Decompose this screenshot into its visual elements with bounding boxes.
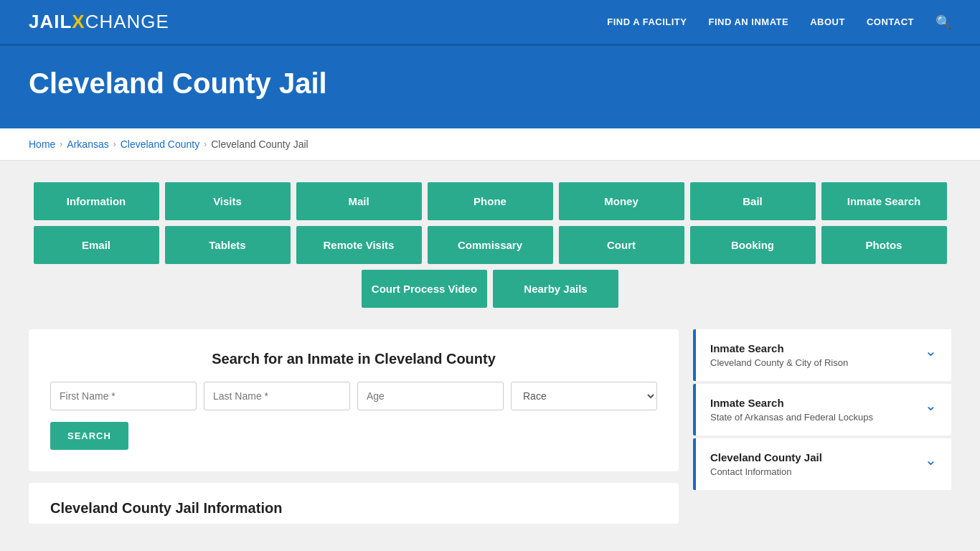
- age-input[interactable]: [357, 382, 504, 410]
- last-name-input[interactable]: [204, 382, 350, 410]
- main-content: Information Visits Mail Phone Money Bail…: [0, 161, 980, 545]
- sidebar-item-subtitle-2: State of Arkansas and Federal Lockups: [710, 412, 873, 423]
- tile-court-process-video[interactable]: Court Process Video: [362, 270, 487, 308]
- content-layout: Search for an Inmate in Cleveland County…: [29, 329, 951, 524]
- tiles-section: Information Visits Mail Phone Money Bail…: [29, 182, 951, 308]
- tile-inmate-search[interactable]: Inmate Search: [821, 182, 947, 220]
- tile-phone[interactable]: Phone: [428, 182, 553, 220]
- sidebar-item-text-1: Inmate Search Cleveland County & City of…: [710, 342, 848, 368]
- tile-booking[interactable]: Booking: [690, 226, 816, 264]
- info-section: Cleveland County Jail Information: [29, 483, 679, 524]
- sidebar: Inmate Search Cleveland County & City of…: [693, 329, 951, 493]
- nav-contact[interactable]: CONTACT: [867, 17, 914, 27]
- site-logo[interactable]: JAILXCHANGE: [29, 11, 169, 33]
- chevron-down-icon-2: ⌄: [925, 397, 937, 414]
- race-select[interactable]: Race White Black Hispanic Asian Other: [511, 382, 657, 410]
- page-title: Cleveland County Jail: [29, 67, 951, 100]
- breadcrumb-current: Cleveland County Jail: [211, 138, 308, 150]
- tile-photos[interactable]: Photos: [821, 226, 947, 264]
- logo-jail-text: JAIL: [29, 11, 72, 33]
- nav-about[interactable]: ABOUT: [810, 17, 845, 27]
- info-section-title: Cleveland County Jail Information: [50, 500, 657, 517]
- sidebar-item-subtitle-1: Cleveland County & City of Rison: [710, 357, 848, 368]
- first-name-input[interactable]: [50, 382, 197, 410]
- chevron-down-icon-1: ⌄: [925, 342, 937, 359]
- breadcrumb-bar: Home › Arkansas › Cleveland County › Cle…: [0, 128, 980, 161]
- tile-information[interactable]: Information: [34, 182, 159, 220]
- nav-find-inmate[interactable]: FIND AN INMATE: [708, 17, 788, 27]
- nav-find-facility[interactable]: FIND A FACILITY: [607, 17, 687, 27]
- sidebar-item-title-1: Inmate Search: [710, 342, 848, 354]
- tile-mail[interactable]: Mail: [296, 182, 422, 220]
- tile-visits[interactable]: Visits: [165, 182, 291, 220]
- tile-remote-visits[interactable]: Remote Visits: [296, 226, 422, 264]
- search-fields: Race White Black Hispanic Asian Other: [50, 382, 657, 410]
- breadcrumb: Home › Arkansas › Cleveland County › Cle…: [29, 138, 951, 150]
- search-title: Search for an Inmate in Cleveland County: [50, 351, 657, 367]
- chevron-down-icon-3: ⌄: [925, 451, 937, 468]
- tile-tablets[interactable]: Tablets: [165, 226, 291, 264]
- sidebar-item-text-3: Cleveland County Jail Contact Informatio…: [710, 451, 822, 477]
- breadcrumb-sep-3: ›: [204, 139, 207, 149]
- sidebar-item-text-2: Inmate Search State of Arkansas and Fede…: [710, 397, 873, 423]
- breadcrumb-arkansas[interactable]: Arkansas: [67, 138, 108, 150]
- breadcrumb-cleveland-county[interactable]: Cleveland County: [121, 138, 200, 150]
- search-icon[interactable]: 🔍: [936, 14, 951, 30]
- hero-section: Cleveland County Jail: [0, 46, 980, 128]
- tiles-row-1: Information Visits Mail Phone Money Bail…: [29, 182, 951, 220]
- tiles-row-2: Email Tablets Remote Visits Commissary C…: [29, 226, 951, 264]
- sidebar-item-title-3: Cleveland County Jail: [710, 451, 822, 463]
- sidebar-item-title-2: Inmate Search: [710, 397, 873, 409]
- logo-exchange-text: CHANGE: [85, 11, 169, 33]
- tiles-row-3: Court Process Video Nearby Jails: [29, 270, 951, 308]
- inmate-search-box: Search for an Inmate in Cleveland County…: [29, 329, 679, 471]
- tile-bail[interactable]: Bail: [690, 182, 816, 220]
- logo-x-text: X: [72, 11, 85, 33]
- breadcrumb-sep-2: ›: [113, 139, 116, 149]
- left-column: Search for an Inmate in Cleveland County…: [29, 329, 679, 524]
- sidebar-item-subtitle-3: Contact Information: [710, 466, 822, 477]
- breadcrumb-sep-1: ›: [60, 139, 62, 149]
- search-button[interactable]: SEARCH: [50, 422, 128, 450]
- tile-money[interactable]: Money: [559, 182, 684, 220]
- tile-commissary[interactable]: Commissary: [428, 226, 553, 264]
- tile-nearby-jails[interactable]: Nearby Jails: [493, 270, 618, 308]
- tile-court[interactable]: Court: [559, 226, 684, 264]
- sidebar-item-contact-info[interactable]: Cleveland County Jail Contact Informatio…: [693, 438, 951, 490]
- site-header: JAILXCHANGE FIND A FACILITY FIND AN INMA…: [0, 0, 980, 46]
- sidebar-item-inmate-search-1[interactable]: Inmate Search Cleveland County & City of…: [693, 329, 951, 381]
- tile-email[interactable]: Email: [34, 226, 159, 264]
- main-nav: FIND A FACILITY FIND AN INMATE ABOUT CON…: [607, 14, 951, 30]
- breadcrumb-home[interactable]: Home: [29, 138, 55, 150]
- sidebar-item-inmate-search-2[interactable]: Inmate Search State of Arkansas and Fede…: [693, 384, 951, 435]
